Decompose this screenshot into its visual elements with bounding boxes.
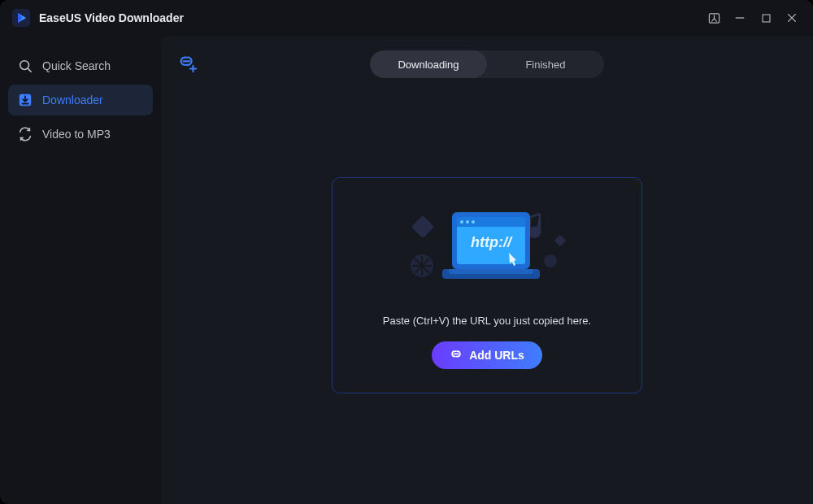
app-window: EaseUS Video Downloader — [0, 0, 813, 504]
sidebar: Quick Search Downloader — [0, 36, 161, 504]
svg-point-22 — [460, 220, 463, 224]
sidebar-item-label: Downloader — [42, 93, 103, 106]
svg-rect-27 — [449, 269, 533, 274]
svg-rect-11 — [411, 215, 434, 237]
sidebar-item-label: Quick Search — [42, 59, 111, 72]
main-panel: Downloading Finished — [161, 36, 813, 504]
app-body: Quick Search Downloader — [0, 36, 813, 504]
titlebar: EaseUS Video Downloader — [0, 0, 813, 36]
tab-label: Downloading — [398, 59, 459, 71]
app-title: EaseUS Video Downloader — [39, 11, 184, 24]
maximize-button[interactable] — [753, 5, 779, 31]
tab-downloading[interactable]: Downloading — [370, 50, 487, 78]
convert-icon — [18, 127, 33, 141]
dropzone-hint: Paste (Ctrl+V) the URL you just copied h… — [383, 315, 591, 327]
add-link-icon-button[interactable] — [176, 52, 200, 76]
search-icon — [18, 59, 33, 73]
sidebar-item-video-to-mp3[interactable]: Video to MP3 — [8, 119, 153, 150]
svg-point-24 — [472, 220, 475, 224]
tab-finished[interactable]: Finished — [487, 50, 604, 78]
gift-button[interactable] — [701, 5, 727, 31]
tab-bar: Downloading Finished — [370, 50, 604, 78]
main-toolbar: Downloading Finished — [176, 47, 798, 81]
sidebar-item-downloader[interactable]: Downloader — [8, 85, 153, 115]
minimize-button[interactable] — [727, 5, 753, 31]
add-urls-button[interactable]: Add URLs — [432, 341, 542, 369]
svg-text:http://: http:// — [471, 234, 513, 250]
svg-line-5 — [28, 69, 32, 72]
svg-point-4 — [20, 61, 29, 70]
link-icon — [450, 349, 463, 362]
sidebar-item-quick-search[interactable]: Quick Search — [8, 50, 153, 81]
svg-marker-18 — [554, 235, 566, 246]
svg-point-17 — [544, 254, 557, 267]
download-icon — [18, 93, 33, 107]
url-dropzone[interactable]: http:// Paste (Ctrl+V) the URL you just … — [332, 177, 642, 393]
content-area: http:// Paste (Ctrl+V) the URL you just … — [176, 81, 798, 489]
app-logo-icon — [11, 8, 31, 28]
add-urls-label: Add URLs — [469, 349, 524, 362]
svg-point-23 — [466, 220, 469, 224]
svg-rect-3 — [763, 15, 770, 22]
tab-label: Finished — [525, 59, 565, 71]
laptop-illustration: http:// — [385, 202, 589, 300]
sidebar-item-label: Video to MP3 — [42, 128, 111, 141]
close-button[interactable] — [779, 5, 805, 31]
